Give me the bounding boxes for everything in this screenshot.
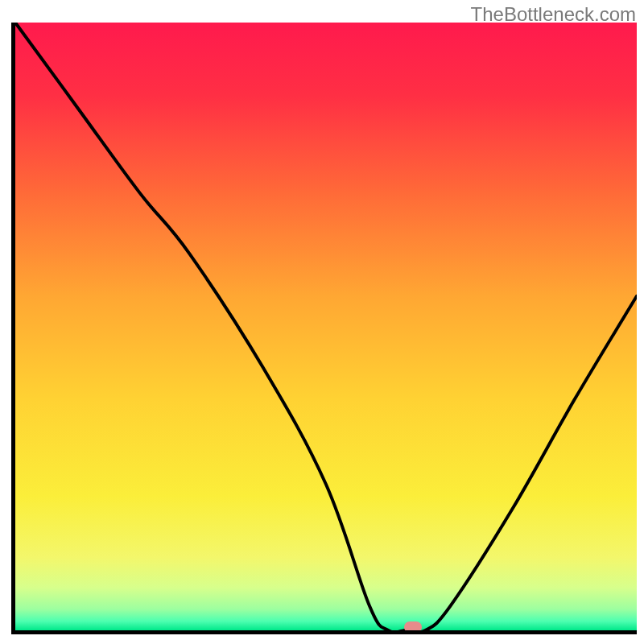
plot-area [11,23,637,634]
bottleneck-curve [15,23,637,630]
optimal-marker [404,621,422,633]
chart-container: TheBottleneck.com [0,0,644,644]
watermark-text: TheBottleneck.com [471,3,636,26]
